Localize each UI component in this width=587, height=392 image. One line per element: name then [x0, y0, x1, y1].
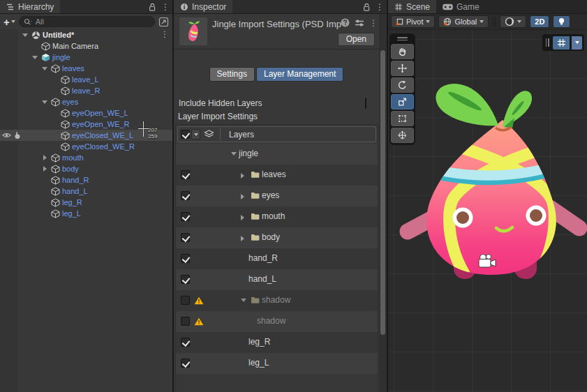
shading-mode-dropdown[interactable]: [500, 15, 526, 28]
hierarchy-row[interactable]: leave_L: [0, 74, 172, 85]
layer-checkbox[interactable]: [181, 170, 190, 179]
expand-arrow[interactable]: [241, 215, 244, 220]
global-dropdown[interactable]: Global: [438, 15, 489, 28]
transform-tool-button[interactable]: [391, 128, 414, 143]
layer-table: Layers jingle leaves eyes: [175, 124, 378, 392]
pick-window-icon[interactable]: [158, 17, 169, 27]
rotate-tool-button[interactable]: [391, 77, 414, 93]
layer-checkbox[interactable]: [181, 317, 190, 326]
expand-arrow[interactable]: [31, 53, 39, 61]
layer-row[interactable]: leg_L: [176, 353, 378, 374]
hierarchy-row[interactable]: eyes: [0, 96, 172, 107]
picking-hand-icon[interactable]: [13, 131, 21, 140]
chevron-down-icon: [426, 20, 430, 23]
expand-arrow[interactable]: [241, 194, 244, 199]
kebab-menu-icon[interactable]: ⋮: [369, 19, 378, 27]
layer-row[interactable]: leg_R: [176, 332, 378, 353]
hierarchy-row[interactable]: hand_R: [0, 174, 172, 186]
hierarchy-row-jingle[interactable]: jingle: [0, 52, 172, 63]
overlay-drag-handle[interactable]: [544, 38, 551, 47]
layer-row[interactable]: body: [176, 227, 378, 248]
expand-arrow[interactable]: [40, 165, 49, 173]
tab-layer-management[interactable]: Layer Management: [256, 67, 343, 82]
kebab-menu-icon[interactable]: ⋮: [161, 30, 169, 38]
lock-icon[interactable]: [148, 3, 156, 12]
scrollbar-thumb[interactable]: [380, 50, 385, 335]
hierarchy-row[interactable]: eyeClosed_WE_R: [0, 141, 172, 152]
palette-drag-handle[interactable]: [391, 35, 414, 43]
presets-icon[interactable]: [355, 19, 364, 27]
expand-arrow[interactable]: [21, 31, 29, 39]
grid-toggle-button[interactable]: [553, 36, 570, 50]
layer-checkbox[interactable]: [181, 254, 190, 263]
hierarchy-row[interactable]: leg_L: [0, 208, 172, 219]
gameobject-cube-icon: [51, 64, 60, 73]
kebab-menu-icon[interactable]: ⋮: [376, 3, 384, 11]
tab-scene[interactable]: Scene: [388, 0, 436, 13]
layer-row[interactable]: hand_R: [176, 248, 378, 269]
tab-inspector[interactable]: Inspector: [174, 0, 232, 13]
layer-checkbox[interactable]: [181, 191, 190, 200]
layers-stack-icon[interactable]: [204, 130, 214, 139]
select-all-checkbox[interactable]: [181, 130, 190, 139]
expand-arrow[interactable]: [241, 236, 244, 241]
hierarchy-row[interactable]: body: [0, 163, 172, 174]
layer-row[interactable]: mouth: [176, 206, 378, 227]
checkbox-dropdown[interactable]: [191, 129, 200, 140]
hierarchy-row[interactable]: eyeOpen_WE_R: [0, 119, 172, 130]
layer-row[interactable]: hand_L: [176, 269, 378, 290]
hierarchy-row-untitled[interactable]: Untitled* ⋮: [0, 29, 172, 40]
grid-dropdown[interactable]: [572, 36, 582, 50]
layer-checkbox[interactable]: [181, 338, 190, 347]
layer-checkbox[interactable]: [181, 233, 190, 242]
tab-settings[interactable]: Settings: [209, 67, 255, 82]
rect-tool-button[interactable]: [391, 111, 414, 126]
inspector-scrollbar[interactable]: [379, 14, 387, 392]
pivot-icon: [396, 18, 403, 26]
layer-checkbox[interactable]: [181, 296, 190, 305]
hierarchy-row[interactable]: Main Camera: [0, 40, 172, 52]
expand-arrow[interactable]: [40, 64, 49, 73]
layer-row-shadow-group[interactable]: shadow: [176, 290, 378, 311]
layers-column-header: Layers: [229, 130, 254, 140]
include-hidden-layers-checkbox[interactable]: [365, 98, 366, 109]
hierarchy-tabstrip: Hierarchy ⋮: [0, 0, 172, 14]
create-object-button[interactable]: +: [3, 16, 15, 28]
hierarchy-row[interactable]: leaves: [0, 63, 172, 74]
layer-row[interactable]: leaves: [176, 165, 378, 186]
layer-row-root[interactable]: jingle: [176, 144, 378, 165]
lock-icon[interactable]: [362, 3, 371, 12]
help-icon[interactable]: [341, 18, 350, 27]
lighting-toggle-button[interactable]: [553, 15, 570, 28]
gameobject-cube-icon: [41, 42, 50, 51]
search-input[interactable]: All: [19, 16, 155, 27]
expand-arrow[interactable]: [40, 98, 49, 106]
shaded-sphere-icon: [505, 17, 514, 27]
layer-checkbox[interactable]: [181, 212, 190, 221]
expand-arrow[interactable]: [231, 152, 237, 156]
scale-tool-button[interactable]: [391, 94, 414, 110]
hierarchy-row[interactable]: leg_R: [0, 197, 172, 208]
move-tool-button[interactable]: [391, 61, 414, 76]
pivot-dropdown[interactable]: Pivot: [391, 15, 435, 28]
expand-arrow[interactable]: [241, 173, 244, 179]
tab-game[interactable]: Game: [436, 0, 486, 13]
scene-viewport[interactable]: [388, 30, 587, 392]
hierarchy-row[interactable]: leave_R: [0, 85, 172, 96]
open-button[interactable]: Open: [338, 33, 375, 46]
kebab-menu-icon[interactable]: ⋮: [161, 3, 170, 11]
visibility-eye-icon[interactable]: [2, 131, 11, 140]
layer-checkbox[interactable]: [181, 275, 190, 284]
layer-row-shadow[interactable]: shadow: [176, 311, 378, 332]
hierarchy-row[interactable]: hand_L: [0, 186, 172, 197]
layer-row[interactable]: eyes: [176, 186, 378, 206]
tab-hierarchy[interactable]: Hierarchy: [0, 0, 60, 13]
2d-toggle-button[interactable]: 2D: [530, 15, 549, 28]
hierarchy-row-hovered[interactable]: eyeClosed_WE_L: [0, 130, 172, 141]
hierarchy-row[interactable]: eyeOpen_WE_L: [0, 107, 172, 119]
expand-arrow[interactable]: [40, 153, 49, 162]
hierarchy-row[interactable]: mouth: [0, 152, 172, 163]
hand-tool-button[interactable]: [391, 44, 414, 59]
layer-checkbox[interactable]: [181, 359, 190, 368]
expand-arrow[interactable]: [241, 299, 246, 302]
